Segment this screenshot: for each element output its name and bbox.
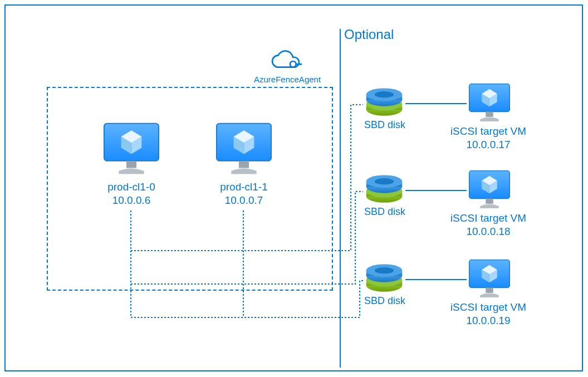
sbd-disk-1 [363, 88, 405, 118]
iscsi-vm-2 [467, 169, 512, 210]
monitor-icon [213, 121, 275, 177]
azure-fence-agent-label: AzureFenceAgent [254, 75, 321, 84]
sbd-disk-3-label: SBD disk [362, 295, 408, 307]
cluster-node-1-name: prod-cl1-1 [213, 180, 275, 194]
cluster-node-1-ip: 10.0.0.7 [213, 194, 275, 207]
cluster-node-0: prod-cl1-0 10.0.0.6 [100, 121, 163, 207]
monitor-icon [100, 121, 163, 177]
cluster-node-0-name: prod-cl1-0 [100, 180, 163, 194]
iscsi-vm-1-label: iSCSI target VM 10.0.0.17 [447, 125, 530, 151]
vertical-divider [340, 29, 341, 368]
sbd-disk-1-label: SBD disk [362, 119, 408, 131]
iscsi-vm-3 [467, 258, 512, 300]
optional-label: Optional [344, 27, 394, 42]
iscsi-vm-1 [467, 82, 512, 124]
monitor-icon [467, 258, 512, 300]
sbd-disk-2-label: SBD disk [362, 206, 408, 218]
cluster-node-0-ip: 10.0.0.6 [100, 194, 163, 207]
cluster-node-1: prod-cl1-1 10.0.0.7 [213, 121, 275, 207]
disk-icon [363, 175, 405, 205]
iscsi-vm-3-label: iSCSI target VM 10.0.0.19 [447, 301, 530, 327]
diagram-frame: Optional AzureFenceAgent prod-cl1-0 10.0… [4, 4, 583, 371]
iscsi-vm-2-label: iSCSI target VM 10.0.0.18 [447, 212, 530, 238]
disk-icon [363, 88, 405, 118]
azure-fence-agent-icon [268, 50, 303, 72]
sbd-disk-2 [363, 175, 405, 205]
monitor-icon [467, 82, 512, 124]
disk-icon [363, 264, 405, 294]
monitor-icon [467, 169, 512, 210]
cluster-box [47, 87, 333, 291]
sbd-disk-3 [363, 264, 405, 294]
